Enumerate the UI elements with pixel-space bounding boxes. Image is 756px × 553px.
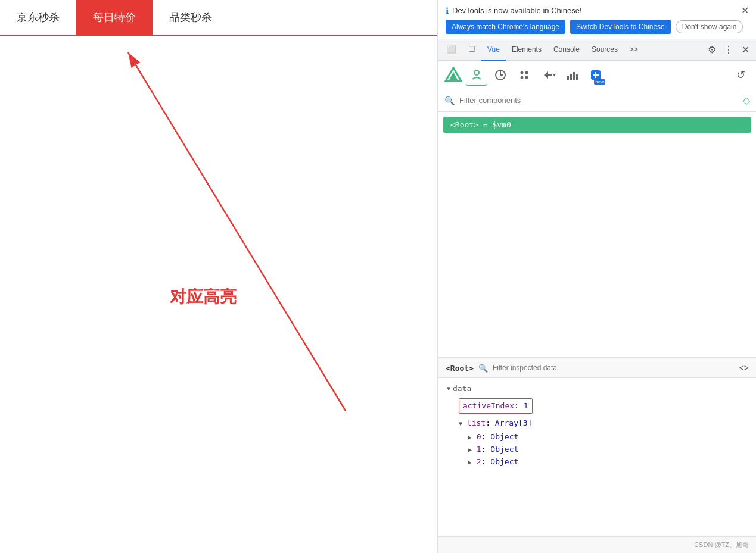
svg-point-8	[521, 71, 524, 74]
switch-to-chinese-button[interactable]: Switch DevTools to Chinese	[570, 20, 671, 34]
filter-bar: 🔍 ◇	[438, 89, 756, 112]
info-icon: ℹ	[446, 6, 449, 15]
filter-inspected-icon: 🔍	[478, 364, 488, 373]
component-tree: <Root> = $vm0	[438, 112, 756, 358]
tab-sources[interactable]: Sources	[586, 39, 624, 61]
vue-logo	[443, 65, 463, 85]
vuex-tool-button[interactable]	[514, 64, 535, 86]
search-icon: 🔍	[444, 96, 455, 105]
list-item-2-value: Object	[490, 457, 518, 466]
tab-inspect-element[interactable]: ⬜	[441, 39, 462, 61]
components-tool-button[interactable]	[466, 64, 487, 86]
edit-code-icon[interactable]: <>	[739, 363, 749, 373]
tab-device-toolbar[interactable]: ☐	[462, 39, 481, 61]
tab-elements[interactable]: Elements	[506, 39, 547, 61]
root-component-item[interactable]: <Root> = $vm0	[443, 117, 751, 133]
annotation-text: 对应高亮	[170, 286, 237, 308]
active-index-value: 1	[524, 401, 528, 410]
router-tool-button[interactable]: ▾	[537, 64, 559, 86]
tab-more[interactable]: >>	[624, 39, 644, 61]
match-language-button[interactable]: Always match Chrome's language	[446, 20, 565, 34]
tab-vue[interactable]: Vue	[481, 39, 506, 61]
data-triangle: ▼	[447, 385, 450, 392]
filter-components-input[interactable]	[459, 96, 738, 105]
timeline-tool-button[interactable]	[490, 64, 511, 86]
more-options-icon[interactable]: ⋮	[720, 42, 737, 58]
list-item-1-value: Object	[490, 445, 518, 454]
data-section-label: data	[453, 384, 471, 393]
nav-item-jingdong[interactable]: 京东秒杀	[0, 0, 76, 35]
list-type: Array[3]	[495, 418, 533, 427]
close-devtools-button[interactable]: ✕	[737, 42, 754, 58]
list-item-1-key: 1	[477, 445, 481, 454]
devtools-footer: CSDN @TZ、旭哥	[438, 536, 756, 553]
settings-icon[interactable]: ⚙	[704, 42, 720, 58]
list-item-0-value: Object	[490, 432, 518, 441]
inspected-header: <Root> 🔍 <>	[438, 358, 756, 378]
left-page-area: 京东秒杀 每日特价 品类秒杀 对应高亮	[0, 0, 438, 553]
new-badge: new	[594, 79, 605, 85]
list-key: list	[467, 418, 486, 427]
data-section: ▼ data	[447, 384, 748, 393]
svg-rect-14	[570, 74, 572, 80]
svg-rect-13	[567, 76, 569, 80]
svg-marker-12	[544, 71, 552, 79]
red-arrow-annotation	[0, 36, 438, 482]
svg-rect-16	[576, 74, 578, 80]
inspected-root-label: <Root>	[446, 364, 474, 373]
svg-line-1	[128, 52, 346, 411]
svg-rect-15	[573, 72, 575, 80]
nav-item-meiriteijia[interactable]: 每日特价	[76, 0, 153, 35]
svg-point-11	[525, 76, 528, 79]
nav-item-pinleishaojia[interactable]: 品类秒杀	[153, 0, 229, 35]
svg-point-4	[474, 70, 479, 75]
filter-inspected-input[interactable]	[493, 364, 582, 372]
data-tree: ▼ data activeIndex: 1 ▼ list: Array[3] ▶…	[438, 378, 756, 536]
list-item-2-key: 2	[477, 457, 481, 466]
close-notification-button[interactable]: ✕	[741, 5, 749, 16]
tab-console[interactable]: Console	[547, 39, 586, 61]
notification-banner: ℹ DevTools is now available in Chinese! …	[438, 0, 756, 39]
inspected-panel: <Root> 🔍 <> ▼ data activeIndex: 1 ▼ list…	[438, 358, 756, 536]
list-item-1[interactable]: ▶ 1: Object	[447, 443, 748, 455]
list-item-0[interactable]: ▶ 0: Object	[447, 430, 748, 443]
active-index-key: activeIndex	[463, 401, 514, 410]
svg-point-9	[525, 71, 528, 74]
devtools-tab-bar: ⬜ ☐ Vue Elements Console Sources >> ⚙ ⋮ …	[438, 39, 756, 61]
filter-settings-icon[interactable]: ◇	[743, 95, 750, 106]
list-item[interactable]: ▼ list: Array[3]	[447, 415, 748, 431]
list-item-2[interactable]: ▶ 2: Object	[447, 455, 748, 468]
active-index-item[interactable]: activeIndex: 1	[447, 396, 748, 415]
new-tool-button[interactable]: new	[585, 64, 606, 86]
refresh-button[interactable]: ↺	[730, 64, 751, 86]
dont-show-again-button[interactable]: Don't show again	[676, 20, 743, 33]
vue-toolbar: ▾ new ↺	[438, 61, 756, 89]
list-item-0-key: 0	[477, 432, 481, 441]
devtools-panel: ℹ DevTools is now available in Chinese! …	[438, 0, 756, 553]
performance-tool-button[interactable]	[561, 64, 583, 86]
nav-bar: 京东秒杀 每日特价 品类秒杀	[0, 0, 437, 36]
svg-point-10	[521, 76, 524, 79]
notification-text: DevTools is now available in Chinese!	[452, 6, 582, 15]
